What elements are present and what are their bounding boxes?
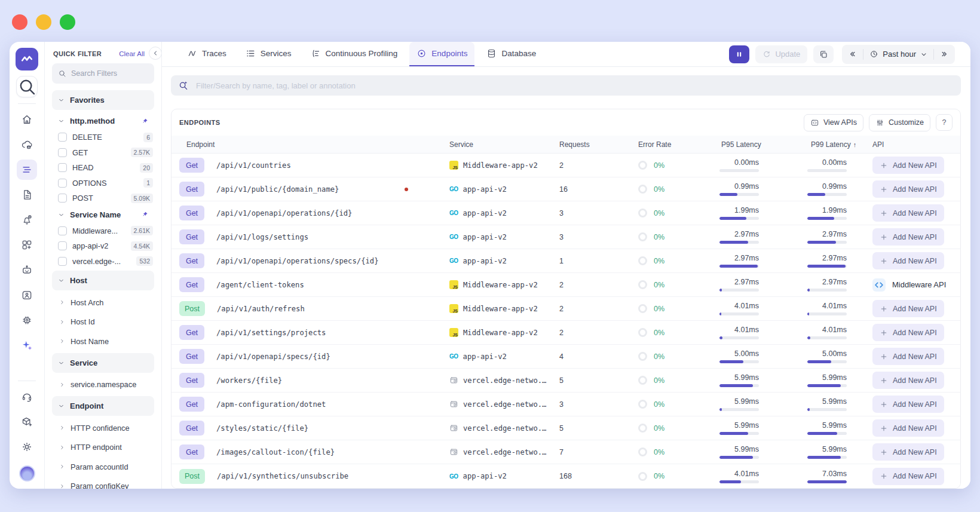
clear-all-link[interactable]: Clear All xyxy=(119,50,145,57)
rail-integrations-button[interactable] xyxy=(17,235,37,255)
checkbox[interactable] xyxy=(58,241,67,250)
checkbox[interactable] xyxy=(58,194,67,203)
add-new-api-button[interactable]: Add New API xyxy=(872,396,944,413)
add-new-api-button[interactable]: Add New API xyxy=(872,252,944,269)
view-apis-button[interactable]: View APIs xyxy=(804,114,863,131)
filter-option-middleware[interactable]: Middleware...2.61K xyxy=(52,223,154,239)
tab-database[interactable]: Database xyxy=(479,42,543,66)
column-header-endpoint[interactable]: Endpoint xyxy=(179,140,440,149)
add-new-api-button[interactable]: Add New API xyxy=(872,324,944,341)
table-row[interactable]: Get/agent/client-tokensJSMiddleware-app-… xyxy=(172,273,960,297)
filter-item-host-arch[interactable]: Host Arch xyxy=(52,293,154,312)
filter-option-vercel-edge[interactable]: vercel.edge-...532 xyxy=(52,254,154,269)
table-row[interactable]: Get/images/callout-icon/{file}vercel.edg… xyxy=(172,440,960,464)
rail-processes-button[interactable] xyxy=(17,310,37,330)
filter-section-host[interactable]: Host xyxy=(52,271,154,290)
rail-settings-button[interactable] xyxy=(17,437,37,457)
rail-logs-button[interactable] xyxy=(17,185,37,205)
filter-group-service-name[interactable]: Service Name xyxy=(52,206,154,223)
table-row[interactable]: Get/api/v1/openapi/operations/{id}GOapp-… xyxy=(172,201,960,225)
tab-continuous-profiling[interactable]: Continuous Profiling xyxy=(304,42,405,66)
tab-traces[interactable]: Traces xyxy=(180,42,234,66)
copy-button[interactable] xyxy=(813,45,834,63)
table-row[interactable]: Get/apm-configuration/dotnetvercel.edge-… xyxy=(172,393,960,416)
filter-search-input[interactable] xyxy=(71,69,148,78)
time-shift-forward-button[interactable] xyxy=(934,45,955,64)
filter-option-app-api-v2[interactable]: app-api-v24.54K xyxy=(52,238,154,254)
rail-assistant-button[interactable] xyxy=(17,260,37,280)
add-new-api-button[interactable]: Add New API xyxy=(872,468,944,485)
add-new-api-button[interactable]: Add New API xyxy=(872,228,944,246)
main-filter-search-input[interactable] xyxy=(196,81,954,90)
add-new-api-button[interactable]: Add New API xyxy=(872,372,944,389)
checkbox[interactable] xyxy=(58,133,67,142)
collapse-filter-button[interactable] xyxy=(149,47,162,60)
filter-item-host-id[interactable]: Host Id xyxy=(52,312,154,332)
add-new-api-button[interactable]: Add New API xyxy=(872,348,944,365)
filter-item-http-confidence[interactable]: HTTP confidence xyxy=(52,418,154,438)
table-row[interactable]: Post/api/v1/synthetics/unsubscribeGOapp-… xyxy=(172,464,960,488)
rail-apm-button[interactable] xyxy=(17,160,37,180)
table-row[interactable]: Get/api/v1/logs/settingsGOapp-api-v230%2… xyxy=(172,225,960,249)
table-row[interactable]: Get/api/v1/openapi/specs/{id}GOapp-api-v… xyxy=(172,345,960,369)
rail-alerts-button[interactable] xyxy=(17,210,37,230)
column-header-p99-latency[interactable]: P99 Latency↑ xyxy=(795,140,872,149)
table-row[interactable]: Get/api/v1/settings/projectsJSMiddleware… xyxy=(172,321,960,345)
rail-infra-button[interactable] xyxy=(17,134,37,155)
checkbox[interactable] xyxy=(58,148,67,157)
table-row[interactable]: Get/api/v1/countriesJSMiddleware-app-v22… xyxy=(172,154,960,177)
tab-services[interactable]: Services xyxy=(238,42,299,66)
filter-item-host-name[interactable]: Host Name xyxy=(52,332,154,351)
time-range-dropdown[interactable]: Past hour xyxy=(863,45,933,64)
time-shift-back-button[interactable] xyxy=(842,45,863,64)
add-new-api-button[interactable]: Add New API xyxy=(872,443,944,461)
filter-item-service-namespace[interactable]: service.namespace xyxy=(52,375,154,395)
filter-option-get[interactable]: GET2.57K xyxy=(52,145,154,161)
checkbox[interactable] xyxy=(58,179,67,188)
add-new-api-button[interactable]: Add New API xyxy=(872,419,944,437)
window-close-button[interactable] xyxy=(12,14,27,30)
filter-item-http-endpoint[interactable]: HTTP endpoint xyxy=(52,438,154,458)
table-row[interactable]: Get/styles/static/{file}vercel.edge-netw… xyxy=(172,416,960,440)
add-new-api-button[interactable]: Add New API xyxy=(872,180,944,198)
column-header-service[interactable]: Service xyxy=(440,140,550,149)
rail-install-button[interactable] xyxy=(17,412,37,432)
filter-section-service[interactable]: Service xyxy=(52,353,154,373)
filter-section-favorites[interactable]: Favorites xyxy=(52,90,154,110)
checkbox[interactable] xyxy=(58,163,67,172)
column-header-p95-latency[interactable]: P95 Latency xyxy=(705,140,795,149)
rail-home-button[interactable] xyxy=(17,109,37,130)
filter-item-param-accountid[interactable]: Param accountId xyxy=(52,457,154,477)
column-header-api[interactable]: API xyxy=(872,140,953,149)
help-button[interactable]: ? xyxy=(936,114,953,131)
rail-ai-button[interactable] xyxy=(17,335,37,355)
rail-search-button[interactable] xyxy=(16,76,38,97)
rail-rum-button[interactable] xyxy=(17,285,37,305)
filter-group-http-method[interactable]: http.method xyxy=(52,112,154,130)
table-row[interactable]: Post/api/v1/auth/refreshJSMiddleware-app… xyxy=(172,297,960,321)
update-button[interactable]: Update xyxy=(755,45,807,63)
user-avatar[interactable] xyxy=(19,465,35,482)
filter-section-endpoint[interactable]: Endpoint xyxy=(52,396,154,416)
table-row[interactable]: Get/api/v1/public/{domain_name}GOapp-api… xyxy=(172,177,960,201)
middleware-api-link[interactable]: Middleware API xyxy=(872,278,953,292)
app-logo[interactable] xyxy=(16,48,38,70)
filter-option-post[interactable]: POST5.09K xyxy=(52,191,154,206)
checkbox[interactable] xyxy=(58,226,67,235)
filter-item-param-configkey[interactable]: Param configKey xyxy=(52,477,154,489)
table-row[interactable]: Get/workers/{file}vercel.edge-netwo...50… xyxy=(172,369,960,393)
column-header-requests[interactable]: Requests xyxy=(550,140,626,149)
column-header-error-rate[interactable]: Error Rate xyxy=(626,140,705,149)
add-new-api-button[interactable]: Add New API xyxy=(872,204,944,222)
window-minimize-button[interactable] xyxy=(36,14,51,30)
add-new-api-button[interactable]: Add New API xyxy=(872,300,944,317)
rail-support-button[interactable] xyxy=(17,387,37,407)
tab-endpoints[interactable]: Endpoints xyxy=(409,42,474,66)
pause-button[interactable] xyxy=(729,45,749,63)
table-row[interactable]: Get/api/v1/openapi/operations/specs/{id}… xyxy=(172,249,960,273)
add-new-api-button[interactable]: Add New API xyxy=(872,157,944,174)
filter-option-delete[interactable]: DELETE6 xyxy=(52,130,154,145)
checkbox[interactable] xyxy=(58,257,67,266)
window-zoom-button[interactable] xyxy=(60,14,75,30)
customize-button[interactable]: Customize xyxy=(869,114,930,131)
